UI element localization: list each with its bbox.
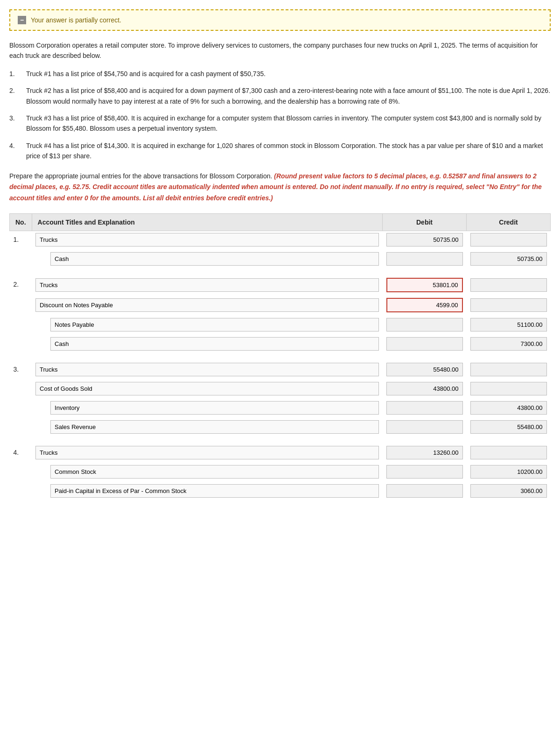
account-title-cell [32,380,382,397]
debit-cell [383,296,467,314]
debit-input[interactable] [386,278,463,292]
entry-number [10,250,32,268]
credit-cell [467,399,551,416]
truck-num: 3. [9,113,19,134]
account-title-cell [32,316,382,333]
debit-input[interactable] [386,401,463,415]
debit-input[interactable] [386,484,463,498]
credit-cell [467,250,551,268]
account-input[interactable] [50,401,378,415]
debit-input[interactable] [386,363,463,376]
account-title-cell [32,463,382,480]
table-row [10,296,551,314]
credit-input[interactable] [470,233,547,247]
entry-number [10,296,32,314]
account-input[interactable] [50,318,378,331]
table-row [10,250,551,268]
instructions-normal: Prepare the appropriate journal entries … [9,172,272,180]
credit-input[interactable] [470,401,547,415]
account-input[interactable] [50,337,378,351]
debit-cell [383,250,467,268]
account-title-cell [32,444,382,461]
credit-cell [467,335,551,352]
truck-num: 2. [9,85,19,106]
debit-input[interactable] [386,446,463,459]
debit-input[interactable] [386,298,463,312]
credit-input[interactable] [470,278,547,292]
debit-input[interactable] [386,252,463,266]
header-debit: Debit [383,213,467,231]
account-input[interactable] [35,298,378,312]
credit-cell [467,361,551,378]
table-row [10,380,551,397]
debit-input[interactable] [386,337,463,351]
account-title-cell [32,399,382,416]
credit-input[interactable] [470,484,547,498]
debit-cell [383,316,467,333]
debit-cell [383,335,467,352]
entry-number [10,399,32,416]
debit-cell [383,380,467,397]
account-input[interactable] [35,233,378,247]
account-input[interactable] [35,363,378,376]
credit-input[interactable] [470,318,547,331]
account-input[interactable] [35,278,378,292]
debit-input[interactable] [386,233,463,247]
header-account: Account Titles and Explanation [32,213,382,231]
account-title-cell [32,231,382,248]
account-title-cell [32,335,382,352]
debit-cell [383,444,467,461]
account-input[interactable] [50,420,378,434]
credit-input[interactable] [470,420,547,434]
debit-cell [383,482,467,500]
debit-input[interactable] [386,382,463,395]
truck-text: Truck #4 has a list price of $14,300. It… [26,141,551,162]
debit-input[interactable] [386,318,463,331]
credit-input[interactable] [470,465,547,479]
account-input[interactable] [35,382,378,395]
credit-input[interactable] [470,298,547,312]
truck-num: 1. [9,69,19,79]
table-row: 2. [10,276,551,294]
row-gap [10,352,551,354]
debit-input[interactable] [386,465,463,479]
credit-cell [467,231,551,248]
account-input[interactable] [50,252,378,266]
credit-input[interactable] [470,363,547,376]
debit-cell [383,361,467,378]
credit-cell [467,444,551,461]
credit-cell [467,276,551,294]
truck-list-item: 4.Truck #4 has a list price of $14,300. … [9,141,551,162]
minus-icon: − [18,16,26,24]
header-no: No. [10,213,32,231]
account-title-cell [32,250,382,268]
account-input[interactable] [50,484,378,498]
account-title-cell [32,361,382,378]
credit-input[interactable] [470,446,547,459]
table-row: 3. [10,361,551,378]
header-credit: Credit [467,213,551,231]
table-row: 4. [10,444,551,461]
entry-number [10,482,32,500]
section-gap [10,437,551,444]
debit-cell [383,399,467,416]
truck-list: 1.Truck #1 has a list price of $54,750 a… [9,69,551,162]
debit-cell [383,463,467,480]
debit-cell [383,276,467,294]
account-input[interactable] [50,465,378,479]
credit-input[interactable] [470,252,547,266]
row-gap [10,500,551,501]
truck-list-item: 3.Truck #3 has a list price of $58,400. … [9,113,551,134]
table-row [10,335,551,352]
entry-number [10,380,32,397]
truck-text: Truck #2 has a list price of $58,400 and… [26,85,551,106]
account-title-cell [32,418,382,436]
credit-input[interactable] [470,382,547,395]
section-gap [10,354,551,361]
credit-input[interactable] [470,337,547,351]
entry-number: 3. [10,361,32,378]
table-row [10,399,551,416]
debit-input[interactable] [386,420,463,434]
account-input[interactable] [35,446,378,459]
intro-paragraph: Blossom Corporation operates a retail co… [9,40,551,61]
